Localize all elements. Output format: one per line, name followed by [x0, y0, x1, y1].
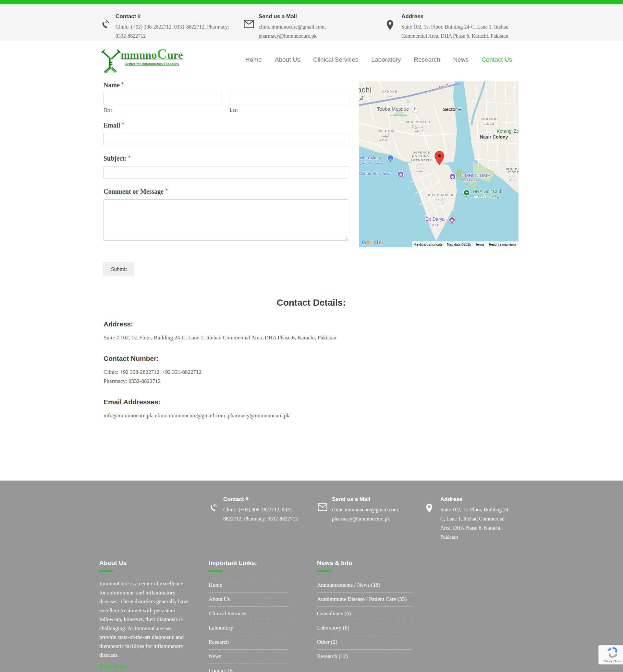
footer-link[interactable]: Home [209, 578, 289, 592]
green-underline [209, 571, 222, 572]
map-label: KORANGI [480, 117, 498, 121]
green-underline [317, 571, 331, 572]
recaptcha-icon [607, 647, 618, 658]
name-label: Name * [103, 82, 348, 89]
google-logo[interactable]: Google [362, 239, 382, 246]
footer-link-item: News [209, 649, 289, 664]
mail-icon [244, 13, 259, 40]
map-data-label: Map data ©2025 [445, 243, 473, 246]
contact-number-heading: Contact Number: [103, 355, 519, 362]
footer-link[interactable]: Clinical Services [209, 607, 289, 621]
contact-details-title: Contact Details: [103, 297, 519, 308]
footer-link[interactable]: Laboratory [209, 621, 289, 635]
recaptcha-privacy-terms[interactable]: Privacy - Terms [599, 660, 623, 663]
nav-link[interactable]: Research [414, 56, 440, 63]
map-label: CLIFTON [379, 129, 395, 133]
first-name-input[interactable] [103, 93, 222, 105]
report-map-error-link[interactable]: Report a map error [487, 243, 518, 246]
nav-link[interactable]: Clinical Services [313, 56, 358, 63]
map-label: Sector F [443, 107, 461, 112]
map-label: كرا [359, 95, 364, 101]
nav-link[interactable]: Laboratory [371, 56, 401, 63]
antibody-logo-icon [99, 45, 122, 75]
map-label: حیدری [509, 178, 516, 181]
news-category-link[interactable]: Consultants (4) [317, 607, 412, 621]
map-pin-icon [435, 151, 444, 165]
green-underline [99, 571, 113, 572]
address-heading: Address: [103, 320, 519, 328]
last-name-input[interactable] [230, 93, 348, 105]
topbar-contact-title: Contact # [116, 13, 236, 20]
logo-wordmark: mmunoCure [121, 49, 183, 61]
important-links-list: HomeAbout UsClinical ServicesLaboratoryR… [209, 578, 289, 672]
nav-link[interactable]: News [453, 56, 469, 63]
map-label: Do Darya [425, 216, 445, 222]
map-label: اے فیز [437, 202, 444, 205]
message-label: Comment or Message * [103, 188, 348, 195]
map-label: دو دریا [431, 222, 439, 226]
logo-tagline: Center for Inflammatory Diseases [125, 62, 183, 66]
keyboard-shortcuts-link[interactable]: Keyboard shortcuts [412, 243, 445, 246]
news-category-link[interactable]: Research (12) [317, 650, 412, 664]
footer-link[interactable]: Contact Us [209, 664, 289, 672]
map-attribution: Keyboard shortcuts Map data ©2025 Terms … [412, 241, 518, 247]
map-label: AUTHORITY [411, 159, 432, 162]
news-category-link[interactable]: Laboratory (8) [317, 621, 412, 635]
mail-icon [318, 496, 332, 542]
map-poi-marker: ◉ [397, 171, 404, 178]
contact-details-section: Contact Details: Address: Suite # 102, 1… [103, 276, 519, 480]
map-label: كورنگی [484, 122, 494, 125]
nav-link[interactable]: About Us [275, 56, 300, 63]
news-category-link[interactable]: Other (2) [317, 635, 412, 649]
footer-about-column: About Us ImmunoCure is a center of excel… [99, 559, 188, 672]
email-input[interactable] [103, 133, 348, 145]
footer-link[interactable]: About Us [209, 592, 289, 607]
topbar-address: Address Suite 102, 1st Floor, Building 2… [386, 13, 522, 40]
news-category-link[interactable]: Announcements / News (18) [317, 578, 412, 592]
subject-input[interactable] [103, 166, 348, 178]
news-category-item: Autoimmune Disease / Patient Care (35) [317, 592, 412, 607]
submit-button[interactable]: Submit [103, 263, 134, 276]
footer-link[interactable]: News [209, 650, 289, 664]
map-label: Korangi Zo [497, 128, 518, 134]
phone-icon [209, 496, 223, 542]
map-label: صدر [386, 94, 392, 98]
google-map[interactable]: achiكراSADDARصدرShahra-e-FaisalTooba Mos… [359, 82, 518, 247]
map-label: باؤسنگ [415, 166, 423, 169]
terms-link[interactable]: Terms [473, 243, 486, 246]
news-category-link[interactable]: Autoimmune Disease / Patient Care (35) [317, 592, 412, 607]
topbar: Contact # Clinic: (+92) 308-2822712, 033… [0, 4, 623, 41]
topbar-contact: Contact # Clinic: (+92) 308-2822712, 033… [99, 13, 244, 40]
map-label: ذی ایچ اے گالف كلب [473, 194, 501, 198]
nav-link[interactable]: Home [245, 56, 262, 63]
map-label: HYDERI [506, 171, 518, 174]
main-nav: HomeAbout UsClinical ServicesLaboratoryR… [245, 56, 512, 63]
read-more-link[interactable]: Read More... [99, 664, 130, 670]
map-label: IBRAHIM [506, 167, 518, 170]
footer-link-item: Clinical Services [209, 607, 289, 621]
footer-links-column: Important Links: HomeAbout UsClinical Se… [209, 559, 289, 672]
news-category-item: Research (12) [317, 649, 412, 664]
important-links-heading: Important Links: [209, 559, 289, 566]
message-textarea[interactable] [103, 199, 348, 241]
map-label: كلفٹن [381, 134, 389, 137]
map-label: all - Clifton [360, 155, 380, 160]
map-label: 8 ڈی ایچ [435, 198, 444, 201]
footer-address-title: Address [440, 496, 513, 503]
footer-contact-title: Contact # [223, 496, 298, 503]
footer-link[interactable]: Research [209, 635, 289, 649]
map-label: جمبو جمب [463, 178, 478, 182]
location-pin-icon [386, 13, 402, 40]
map-label: مسجد طوبی [390, 113, 407, 116]
footer-address: Address Suite 102, 1st Floor, Building 2… [426, 496, 513, 542]
immunocure-logo[interactable]: mmunoCure Center for Inflammatory Diseas… [99, 45, 183, 75]
recaptcha-badge[interactable]: Privacy - Terms [598, 645, 623, 665]
map-label: ڈولمن مال كلفٹن [359, 161, 382, 165]
map-label: SADDAR [382, 90, 397, 93]
news-categories-list: Announcements / News (18)Autoimmune Dise… [317, 578, 412, 664]
map-label: Tooba Mosque [377, 106, 409, 112]
map-label: Clifton Sea-View [359, 171, 390, 176]
top-accent-strip [0, 0, 623, 4]
map-label: كراچی - [379, 138, 390, 141]
nav-link[interactable]: Contact Us [481, 56, 512, 63]
